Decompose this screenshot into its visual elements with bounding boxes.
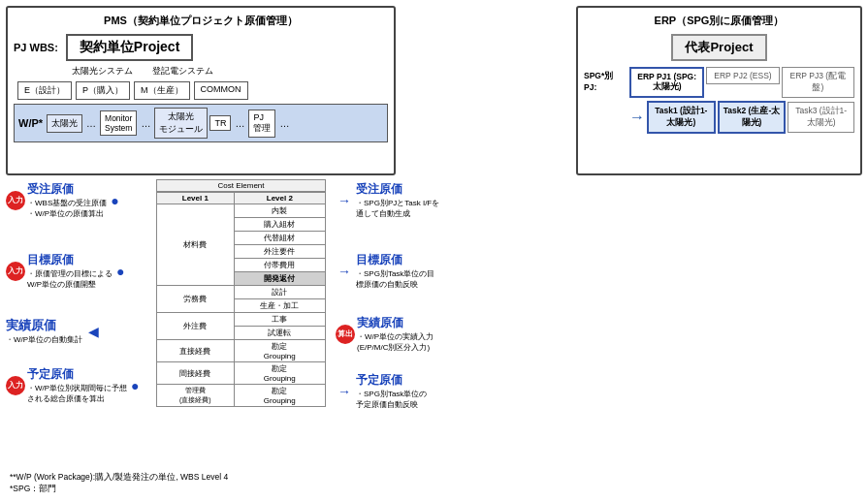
cost-element-section: Cost Element Level 1 Level 2 材料費 内製 購入組材 — [156, 179, 326, 464]
dots2: … — [139, 118, 152, 129]
erp-arrow-mokuhyo: → — [338, 264, 351, 279]
pms-cost-jisseki: 実績原価 ・W/P単位の自動集計 ◀ — [6, 315, 156, 347]
item-gaichuu: 外注要件 — [234, 245, 325, 259]
badge-nyuryoku-3: 入力 — [6, 376, 25, 395]
pms-mokuhyo-name: 目標原価 — [27, 252, 113, 268]
erp-spg-header: SPG*別 PJ: ERP PJ1 (SPG:太陽光) ERP PJ2 (ESS… — [584, 67, 854, 98]
erp-costs: → 受注原価 ・SPG別PJとTask I/Fを 通して自動生成 → 目標原価 … — [326, 179, 862, 464]
wp-tr: TR — [209, 115, 231, 131]
wp-taiyoko: 太陽光 — [47, 114, 82, 133]
erp-jisseki-name: 実績原価 — [357, 315, 434, 331]
cost-row-outsource: 外注費 工事 — [157, 313, 326, 327]
cat-common: COMMON — [194, 81, 248, 100]
erp-arrow: → — [629, 109, 645, 126]
cost-row-labor: 労務費 設計 — [157, 286, 326, 299]
pms-costs: 入力 受注原価 ・WBS基盤の受注原価 ・W/P単位の原価算出 ● 入力 目標原… — [6, 179, 156, 464]
pms-yotei-desc: ・W/P単位別状期間毎に予想 される総合原価を算出 — [27, 383, 127, 404]
level2-header: Level 2 — [234, 193, 325, 204]
erp-cost-juchu: → 受注原価 ・SPG別PJとTask I/Fを 通して自動生成 — [336, 179, 862, 221]
label-indirect: 間接経費 — [157, 362, 235, 385]
erp-mokuhyo-desc: ・SPG別Task単位の目 標原価の自動反映 — [356, 268, 434, 290]
system-tokiden: 登記電システム — [152, 65, 213, 78]
erp-section: ERP（SPG別に原価管理） 代表Project SPG*別 PJ: ERP P… — [576, 6, 862, 175]
arrow-jisseki: ◀ — [88, 324, 99, 339]
level1-header: Level 1 — [157, 193, 235, 204]
arrow-mokuhyo: ● — [116, 264, 124, 279]
item-kounyu: 購入組材 — [234, 218, 325, 232]
badge-nyuryoku-1: 入力 — [6, 191, 25, 210]
pms-mokuhyo-desc: ・原価管理の目標による W/P単位の原価開墾 — [27, 268, 113, 290]
label-outsource: 外注費 — [157, 313, 235, 340]
epmc-row: E（設計） P（購入） M（生産） COMMON — [14, 81, 388, 100]
footnote-2: *SPG：部門 — [10, 484, 862, 495]
erp-juchu-desc: ・SPG別PJとTask I/Fを 通して自動生成 — [356, 198, 439, 219]
arrow-juchu: ● — [111, 193, 118, 208]
spg-label: SPG*別 PJ: — [584, 67, 627, 92]
pj-wbs-row: PJ WBS: 契約単位Project — [14, 34, 388, 61]
wp-monitor-system: MonitorSystem — [100, 110, 137, 136]
wp-row: W/P* 太陽光 … MonitorSystem … 太陽光モジュール TR …… — [14, 104, 388, 142]
erp-title: ERP（SPG別に原価管理） — [584, 14, 854, 28]
erp-jisseki-desc: ・W/P単位の実績入力 (E/P/M/C別区分入力) — [357, 331, 434, 353]
top-center-spacer — [403, 6, 568, 175]
cost-row-material: 材料費 内製 — [157, 204, 326, 218]
item-shiunten: 試運転 — [234, 327, 325, 340]
pj-wbs-label: PJ WBS: — [14, 42, 58, 53]
wp-label: W/P* — [18, 117, 43, 129]
erp-mokuhyo-name: 目標原価 — [356, 252, 434, 268]
label-direct: 直接経費 — [157, 340, 235, 362]
bottom-area: 入力 受注原価 ・WBS基盤の受注原価 ・W/P単位の原価算出 ● 入力 目標原… — [6, 179, 862, 464]
item-futai: 付帯費用 — [234, 259, 325, 272]
arrow-yotei: ● — [131, 378, 139, 393]
label-material: 材料費 — [157, 204, 235, 286]
pms-jisseki-name: 実績原価 — [6, 317, 82, 334]
dots1: … — [84, 118, 98, 129]
page: PMS（契約単位プロジェクト原価管理） PJ WBS: 契約単位Project … — [0, 0, 868, 501]
item-indirect-group: 勘定Grouping — [234, 362, 325, 385]
pms-cost-mokuhyo: 入力 目標原価 ・原価管理の目標による W/P単位の原価開墾 ● — [6, 250, 156, 292]
footnote-1: **W/P (Work Package):購入/製造発注の単位, WBS Lev… — [10, 472, 862, 484]
pms-section: PMS（契約単位プロジェクト原価管理） PJ WBS: 契約単位Project … — [6, 6, 396, 175]
item-sekkei: 設計 — [234, 286, 325, 299]
erp-pj2: ERP PJ2 (ESS) — [706, 67, 779, 84]
pms-juchu-desc: ・WBS基盤の受注原価 ・W/P単位の原価算出 — [27, 198, 107, 219]
badge-nyuryoku-2: 入力 — [6, 262, 25, 281]
pms-juchu-name: 受注原価 — [27, 181, 107, 198]
erp-pj1: ERP PJ1 (SPG:太陽光) — [629, 67, 704, 98]
erp-cost-mokuhyo: → 目標原価 ・SPG別Task単位の目 標原価の自動反映 — [336, 250, 862, 292]
item-kaihatu: 開発返付 — [234, 272, 325, 286]
erp-task-row: → Task1 (設計1-太陽光) Task2 (生産-太陽光) Task3 (… — [584, 101, 854, 134]
pms-title: PMS（契約単位プロジェクト原価管理） — [14, 14, 388, 28]
label-labor: 労務費 — [157, 286, 235, 313]
pms-jisseki-desc: ・W/P単位の自動集計 — [6, 334, 82, 345]
erp-yotei-desc: ・SPG別Task単位の 予定原価自動反映 — [356, 389, 427, 410]
erp-project-box: 代表Project — [671, 34, 766, 61]
cost-row-direct: 直接経費 勘定Grouping — [157, 340, 326, 362]
erp-cost-yotei: → 予定原価 ・SPG別Task単位の 予定原価自動反映 — [336, 370, 862, 412]
cat-p: P（購入） — [76, 81, 130, 100]
pms-cost-yotei: 入力 予定原価 ・W/P単位別状期間毎に予想 される総合原価を算出 ● — [6, 364, 156, 406]
cat-e: E（設計） — [17, 81, 72, 100]
dots3: … — [233, 118, 246, 129]
cost-element-table: Level 1 Level 2 材料費 内製 購入組材 代替組材 — [156, 192, 326, 407]
item-nasei: 内製 — [234, 204, 325, 218]
system-taiyoko: 太陽光システム — [72, 65, 133, 78]
erp-arrow-yotei: → — [338, 384, 351, 399]
item-direct-group: 勘定Grouping — [234, 340, 325, 362]
erp-juchu-name: 受注原価 — [356, 181, 439, 198]
pms-project-box: 契約単位Project — [66, 34, 193, 61]
badge-sanshutu: 算出 — [336, 325, 355, 344]
pms-cost-juchu: 入力 受注原価 ・WBS基盤の受注原価 ・W/P単位の原価算出 ● — [6, 179, 156, 221]
label-mgmt: 管理費(直接経費) — [157, 385, 235, 407]
cat-m: M（生産） — [134, 81, 190, 100]
erp-cost-jisseki: 算出 実績原価 ・W/P単位の実績入力 (E/P/M/C別区分入力) — [336, 313, 862, 355]
erp-arrow-juchu: → — [338, 193, 351, 208]
pms-systems: 太陽光システム 登記電システム — [14, 65, 388, 78]
erp-proj-row: 代表Project — [584, 34, 854, 61]
pms-yotei-name: 予定原価 — [27, 366, 127, 383]
top-area: PMS（契約単位プロジェクト原価管理） PJ WBS: 契約単位Project … — [6, 6, 862, 175]
item-daitai: 代替組材 — [234, 232, 325, 245]
task2: Task2 (生産-太陽光) — [718, 101, 787, 134]
task3: Task3 (設計1-太陽光) — [788, 102, 854, 133]
wp-pj-mgmt: PJ管理 — [248, 110, 275, 138]
